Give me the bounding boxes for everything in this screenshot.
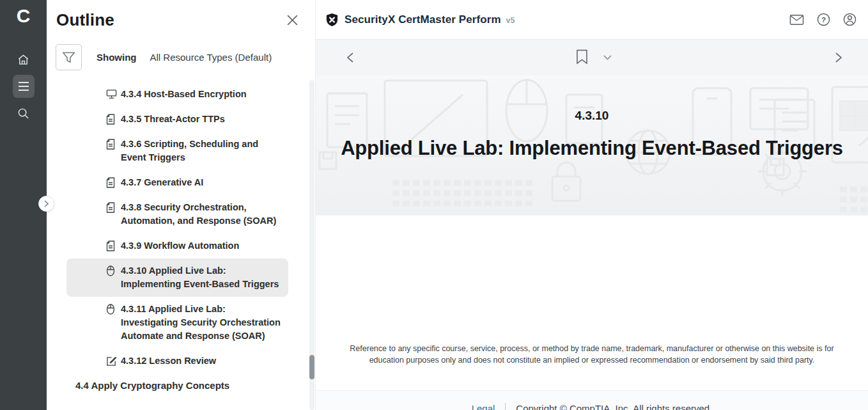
chevron-down-icon <box>603 55 612 60</box>
collapse-panel-button[interactable] <box>38 196 54 212</box>
securityx-shield-icon <box>325 13 339 27</box>
lesson-banner: 4.3.10 Applied Live Lab: Implementing Ev… <box>316 75 868 216</box>
next-page-button[interactable] <box>835 52 842 63</box>
help-button[interactable]: ? <box>817 13 830 26</box>
edit-icon <box>106 356 117 367</box>
app-window: C <box>0 0 868 410</box>
lesson-content: Reference to any specific course, servic… <box>316 216 868 390</box>
outline-item-4-3-12[interactable]: 4.3.12 Lesson Review <box>66 349 288 374</box>
outline-item-4-3-11[interactable]: 4.3.11 Applied Live Lab: Investigating S… <box>66 297 288 349</box>
third-party-disclaimer: Reference to any specific course, servic… <box>336 343 848 390</box>
outline-item-4-3-5[interactable]: 4.3.5 Threat-Actor TTPs <box>66 107 288 132</box>
outline-menu-button[interactable] <box>13 75 35 98</box>
outline-scrollbar-thumb[interactable] <box>309 355 314 379</box>
page-footer: Legal Copyright © CompTIA, Inc. All righ… <box>316 390 868 410</box>
main-area: SecurityX CertMaster Perform v5 ? <box>315 0 868 410</box>
comptia-logo: C <box>17 5 31 26</box>
app-header: SecurityX CertMaster Perform v5 ? <box>316 0 868 40</box>
lesson-toolbar <box>316 40 868 75</box>
bookmark-button[interactable] <box>576 49 588 65</box>
account-icon <box>843 13 856 26</box>
monitor-icon <box>106 89 117 99</box>
outline-scrollbar-track[interactable] <box>309 80 314 410</box>
outline-item-4-3-4[interactable]: 4.3.4 Host-Based Encryption <box>66 82 288 107</box>
help-icon: ? <box>817 13 830 26</box>
outline-item-4-3-8[interactable]: 4.3.8 Security Orchestration, Automation… <box>66 195 288 233</box>
document-icon <box>106 114 115 125</box>
previous-page-button[interactable] <box>346 52 354 63</box>
brand: SecurityX CertMaster Perform v5 <box>325 13 515 27</box>
outline-item-4-3-9[interactable]: 4.3.9 Workflow Automation <box>66 233 288 258</box>
mouse-icon <box>106 304 115 315</box>
lesson-number: 4.3.10 <box>575 109 609 123</box>
filter-showing-label: Showing <box>97 52 137 63</box>
filter-funnel-icon <box>62 51 75 64</box>
home-button[interactable] <box>13 48 35 71</box>
footer-divider <box>505 403 506 410</box>
mouse-icon <box>106 265 115 276</box>
outline-title: Outline <box>56 10 114 30</box>
close-outline-button[interactable] <box>286 14 298 26</box>
home-icon <box>17 54 29 66</box>
legal-link[interactable]: Legal <box>472 403 495 410</box>
close-icon <box>286 14 298 26</box>
chevron-left-icon <box>346 52 354 63</box>
mail-button[interactable] <box>789 14 804 26</box>
outline-item-4-3-7[interactable]: 4.3.7 Generative AI <box>66 170 288 195</box>
search-icon <box>17 107 29 120</box>
search-button[interactable] <box>13 102 35 125</box>
product-version: v5 <box>506 14 515 25</box>
mail-icon <box>789 14 804 26</box>
filter-row: Showing All Resource Types (Default) <box>56 44 315 70</box>
document-icon <box>106 177 115 188</box>
copyright-text: Copyright © CompTIA, Inc. All rights res… <box>516 403 712 410</box>
chevron-right-icon <box>835 52 842 63</box>
bookmark-icon <box>576 49 588 65</box>
chevron-right-icon <box>43 200 49 207</box>
document-icon <box>106 240 115 251</box>
outline-list: 4.3.4 Host-Based Encryption 4.3.5 Threat… <box>47 82 315 391</box>
outline-item-4-3-6[interactable]: 4.3.6 Scripting, Scheduling and Event Tr… <box>66 132 288 170</box>
outline-section-4-4[interactable]: 4.4 Apply Cryptography Concepts <box>75 380 315 391</box>
filter-value[interactable]: All Resource Types (Default) <box>150 52 272 63</box>
account-button[interactable] <box>843 13 856 26</box>
document-icon <box>106 202 115 213</box>
bookmark-menu-button[interactable] <box>603 55 612 60</box>
lesson-title: Applied Live Lab: Implementing Event-Bas… <box>341 137 843 160</box>
svg-text:?: ? <box>821 16 826 24</box>
outline-item-4-3-10-current[interactable]: 4.3.10 Applied Live Lab: Implementing Ev… <box>66 258 288 297</box>
outline-menu-icon <box>18 82 29 91</box>
header-icons: ? <box>789 13 856 26</box>
product-title: SecurityX CertMaster Perform <box>345 13 501 26</box>
document-icon <box>106 139 115 150</box>
filter-button[interactable] <box>56 44 82 70</box>
outline-panel: Outline Showing All Resource Types (Defa… <box>47 0 315 410</box>
rail-nav <box>13 48 35 125</box>
